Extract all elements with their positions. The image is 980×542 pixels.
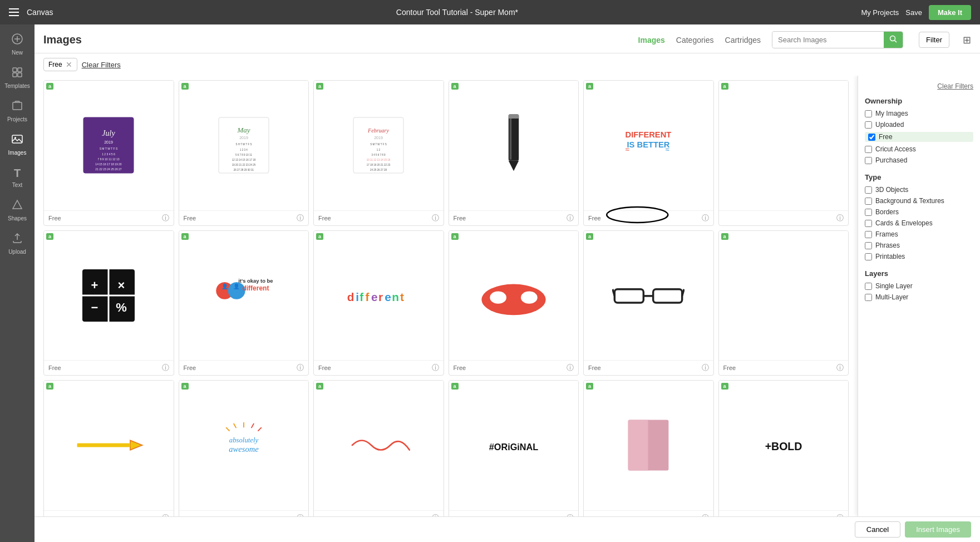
info-icon[interactable]: ⓘ — [836, 213, 844, 223]
info-icon[interactable]: ⓘ — [836, 513, 844, 517]
image-card-pencil[interactable]: a Free ⓘ — [449, 80, 579, 226]
my-images-checkbox[interactable] — [865, 110, 872, 117]
nav-categories[interactable]: Categories — [676, 36, 714, 45]
topbar: Canvas Contour Tool Tutorial - Super Mom… — [0, 0, 980, 24]
filter-cards-envelopes[interactable]: Cards & Envelopes — [865, 219, 973, 227]
cricut-access-checkbox[interactable] — [865, 146, 872, 153]
borders-checkbox[interactable] — [865, 209, 872, 216]
image-card-calculator[interactable]: a + × − % Free — [43, 230, 174, 376]
sidebar-item-text[interactable]: T Text — [0, 162, 35, 193]
frames-checkbox[interactable] — [865, 231, 872, 238]
info-icon[interactable]: ⓘ — [432, 513, 439, 517]
filter-single-layer[interactable]: Single Layer — [865, 282, 973, 290]
filter-frames[interactable]: Frames — [865, 230, 973, 238]
filter-purchased[interactable]: Purchased — [865, 156, 973, 164]
info-icon[interactable]: ⓘ — [162, 213, 169, 223]
image-card-absolutely-awesome[interactable]: a absolutely awesome — [179, 380, 309, 516]
info-icon[interactable]: ⓘ — [162, 363, 169, 373]
type-title: Type — [865, 173, 973, 181]
svg-text:3  4  5  6  7  8  9: 3 4 5 6 7 8 9 — [372, 154, 386, 156]
info-icon[interactable]: ⓘ — [567, 363, 574, 373]
info-icon[interactable]: ⓘ — [432, 213, 439, 223]
image-card-feb-calendar[interactable]: a February 2019 S M T W T F S 1 2 3 4 5 … — [313, 80, 444, 226]
image-badge: a — [181, 383, 189, 390]
image-card-bold-text[interactable]: a +BOLD ⓘ — [718, 380, 849, 516]
image-card-may-calendar[interactable]: a May 2019 S H T W T F S 1 2 3 4 5 6 7 8… — [179, 80, 309, 226]
image-card-free-placeholder[interactable]: a Free ⓘ — [718, 230, 849, 376]
image-card-mask[interactable]: a Free ⓘ — [449, 230, 579, 376]
filter-printables[interactable]: Printables — [865, 253, 973, 260]
image-card-july-calendar[interactable]: a July 2019 S M T W T F S 1 2 3 4 5 6 7 … — [43, 80, 174, 226]
image-card-squiggle[interactable]: a ⓘ — [313, 380, 444, 516]
printables-checkbox[interactable] — [865, 253, 872, 260]
sidebar-item-images[interactable]: Images — [0, 129, 35, 160]
filter-free[interactable]: Free — [865, 132, 973, 142]
filter-3d-objects[interactable]: 3D Objects — [865, 186, 973, 194]
hamburger-menu[interactable] — [9, 8, 19, 16]
filter-phrases[interactable]: Phrases — [865, 242, 973, 249]
sidebar-item-new[interactable]: New — [0, 29, 35, 60]
insert-images-button[interactable]: Insert Images — [905, 521, 971, 538]
free-checkbox[interactable] — [868, 134, 875, 141]
remove-filter-button[interactable]: ✕ — [66, 60, 72, 69]
filter-uploaded[interactable]: Uploaded — [865, 121, 973, 129]
filter-panel-clear-button[interactable]: Clear Filters — [937, 82, 973, 90]
uploaded-checkbox[interactable] — [865, 121, 872, 129]
cancel-button[interactable]: Cancel — [855, 521, 900, 538]
background-textures-checkbox[interactable] — [865, 198, 872, 205]
image-card-placeholder-1[interactable]: a ⓘ — [718, 80, 849, 226]
info-icon[interactable]: ⓘ — [297, 513, 304, 517]
search-input[interactable] — [772, 32, 884, 47]
image-card-different-is-better[interactable]: a DIFFERENT IS BETTER ≈ ≈ Free ⓘ — [583, 80, 714, 226]
image-card-its-okay-different[interactable]: a 👤 👤 it's okay to be different — [179, 230, 309, 376]
info-icon[interactable]: ⓘ — [567, 513, 574, 517]
3d-objects-checkbox[interactable] — [865, 186, 872, 194]
info-icon[interactable]: ⓘ — [567, 213, 574, 223]
svg-text:%: % — [116, 300, 127, 314]
single-layer-checkbox[interactable] — [865, 283, 872, 290]
filter-button[interactable]: Filter — [919, 32, 949, 48]
grid-view-button[interactable]: ⊞ — [963, 34, 971, 46]
sidebar-item-shapes[interactable]: Shapes — [0, 195, 35, 226]
info-icon[interactable]: ⓘ — [702, 513, 709, 517]
filter-multi-layer[interactable]: Multi-Layer — [865, 293, 973, 301]
phrases-checkbox[interactable] — [865, 242, 872, 249]
info-icon[interactable]: ⓘ — [836, 363, 844, 373]
info-icon[interactable]: ⓘ — [297, 213, 304, 223]
image-footer: Free ⓘ — [449, 210, 579, 225]
image-card-glasses[interactable]: a Free ⓘ — [583, 230, 714, 376]
image-card-arrow[interactable]: a ⓘ — [43, 380, 174, 516]
image-card-different-text[interactable]: a d i f f e r e n t — [313, 230, 444, 376]
svg-text:≈: ≈ — [666, 145, 669, 154]
save-link[interactable]: Save — [905, 8, 922, 17]
svg-text:👤: 👤 — [221, 283, 228, 290]
filter-borders[interactable]: Borders — [865, 208, 973, 216]
info-icon[interactable]: ⓘ — [162, 513, 169, 517]
my-projects-link[interactable]: My Projects — [861, 8, 899, 17]
clear-filters-button[interactable]: Clear Filters — [82, 61, 121, 69]
make-it-button[interactable]: Make It — [929, 5, 971, 20]
multi-layer-checkbox[interactable] — [865, 294, 872, 301]
svg-text:+BOLD: +BOLD — [765, 441, 802, 453]
info-icon[interactable]: ⓘ — [297, 363, 304, 373]
image-card-original-hashtag[interactable]: a #ORiGiNAL ⓘ — [449, 380, 579, 516]
filter-background-textures[interactable]: Background & Textures — [865, 197, 973, 205]
info-icon[interactable]: ⓘ — [702, 213, 709, 223]
image-card-pink-card[interactable]: a ⓘ — [583, 380, 714, 516]
nav-cartridges[interactable]: Cartridges — [725, 36, 761, 45]
sidebar-item-templates[interactable]: Templates — [0, 62, 35, 93]
sidebar-item-projects[interactable]: Projects — [0, 96, 35, 127]
filter-my-images[interactable]: My Images — [865, 110, 973, 117]
svg-text:+: + — [91, 278, 99, 292]
templates-icon — [12, 67, 23, 81]
info-icon[interactable]: ⓘ — [432, 363, 439, 373]
nav-images[interactable]: Images — [638, 36, 665, 45]
search-button[interactable] — [884, 32, 903, 48]
purchased-checkbox[interactable] — [865, 157, 872, 164]
filter-cricut-access[interactable]: Cricut Access — [865, 145, 973, 153]
cards-envelopes-checkbox[interactable] — [865, 220, 872, 227]
image-badge: a — [586, 233, 593, 240]
sidebar-item-upload[interactable]: Upload — [0, 228, 35, 259]
info-icon[interactable]: ⓘ — [702, 363, 709, 373]
svg-text:awesome: awesome — [229, 445, 259, 454]
